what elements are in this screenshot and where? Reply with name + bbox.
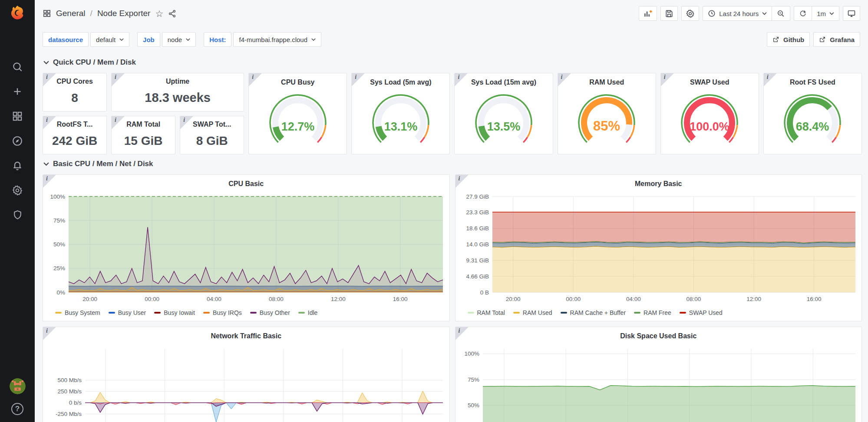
disk-basic-plot[interactable]: 100%75%50%25%0% bbox=[456, 343, 861, 422]
sidebar-item-alerting[interactable] bbox=[0, 153, 35, 178]
legend-item[interactable]: Busy IRQs bbox=[203, 309, 242, 316]
panel-info-corner[interactable]: i bbox=[764, 73, 777, 86]
panel-info-corner[interactable]: i bbox=[455, 73, 468, 86]
panel-title[interactable]: Uptime bbox=[112, 73, 244, 88]
legend-label: Busy Other bbox=[260, 309, 290, 316]
zoom-out-button[interactable] bbox=[772, 7, 790, 20]
legend-item[interactable]: SWAP Used bbox=[680, 309, 723, 316]
legend-item[interactable]: Busy User bbox=[109, 309, 146, 316]
sidebar-item-configuration[interactable] bbox=[0, 178, 35, 203]
panel-title[interactable]: SWAP Used bbox=[661, 73, 759, 88]
svg-text:500 Mb/s: 500 Mb/s bbox=[57, 377, 82, 383]
external-link-icon bbox=[772, 36, 779, 43]
sidebar-item-create[interactable] bbox=[0, 79, 35, 104]
panel-info-corner[interactable]: i bbox=[455, 327, 469, 340]
panel-info-corner[interactable]: i bbox=[180, 116, 193, 129]
memory-basic-legend: RAM TotalRAM UsedRAM Cache + BufferRAM F… bbox=[468, 307, 858, 319]
gauge-value: 85% bbox=[593, 118, 620, 134]
panel-swap-tot: iSWAP Tot...8 GiB bbox=[180, 116, 244, 154]
help-icon[interactable]: ? bbox=[11, 403, 23, 415]
star-icon[interactable]: ☆ bbox=[155, 9, 163, 18]
panel-info-corner[interactable]: i bbox=[249, 73, 262, 86]
panel-info-corner[interactable]: i bbox=[352, 73, 365, 86]
panel-info-corner[interactable]: i bbox=[661, 73, 674, 86]
panel-info-corner[interactable]: i bbox=[43, 116, 56, 129]
legend-item[interactable]: Busy Iowait bbox=[154, 309, 195, 316]
add-panel-button[interactable] bbox=[639, 6, 657, 21]
chevron-down-icon bbox=[311, 38, 316, 41]
panel-info-corner[interactable]: i bbox=[455, 175, 469, 188]
panel-rootfs-t: iRootFS T...242 GiB bbox=[43, 116, 107, 154]
panel-title[interactable]: Sys Load (15m avg) bbox=[455, 73, 552, 88]
configuration-icon bbox=[12, 185, 23, 196]
row-header-basic[interactable]: Basic CPU / Mem / Net / Disk bbox=[43, 160, 861, 168]
gauge-value: 12.7% bbox=[281, 120, 315, 133]
legend-item[interactable]: Busy Other bbox=[250, 309, 290, 316]
variables-row: datasource default Job node Host: f4-mum… bbox=[35, 27, 868, 53]
panel-disk-basic: iDisk Space Used Basic100%75%50%25%0% bbox=[455, 327, 862, 422]
panel-info-corner[interactable]: i bbox=[558, 73, 571, 86]
time-range-picker[interactable]: Last 24 hours bbox=[703, 7, 772, 20]
stat-value: 242 GiB bbox=[43, 130, 106, 151]
disk-basic-svg: 100%75%50%25%0% bbox=[456, 343, 861, 422]
avatar[interactable] bbox=[10, 378, 26, 394]
panel-title[interactable]: Memory Basic bbox=[455, 175, 862, 190]
legend-item[interactable]: Busy System bbox=[55, 309, 100, 316]
ram-total-swatch bbox=[468, 312, 474, 314]
save-dashboard-button[interactable] bbox=[660, 6, 678, 21]
gauge-svg: 13.1% bbox=[360, 90, 442, 151]
clock-icon bbox=[708, 10, 716, 17]
sidebar-item-server-admin[interactable] bbox=[0, 203, 35, 227]
row-header-quick[interactable]: Quick CPU / Mem / Disk bbox=[43, 58, 861, 67]
tv-mode-button[interactable] bbox=[843, 6, 860, 21]
panel-title[interactable]: Root FS Used bbox=[764, 73, 861, 88]
panel-info-corner[interactable]: i bbox=[43, 175, 56, 188]
grafana-logo-icon[interactable] bbox=[8, 4, 26, 22]
panel-title[interactable]: RAM Used bbox=[558, 73, 656, 88]
sidebar-item-search[interactable] bbox=[0, 54, 35, 79]
legend-item[interactable]: RAM Used bbox=[513, 309, 552, 316]
variable-host-value[interactable]: f4-mumbai.frappe.cloud bbox=[233, 32, 321, 47]
grafana-dashboard: ? General / Node Exporter ☆ bbox=[0, 0, 868, 422]
sidebar-menu bbox=[0, 54, 35, 227]
page-title[interactable]: Node Exporter bbox=[97, 9, 151, 18]
variable-datasource-value[interactable]: default bbox=[90, 32, 129, 47]
variable-job: Job node bbox=[137, 32, 196, 47]
panel-title[interactable]: CPU Basic bbox=[43, 175, 449, 190]
sidebar-item-dashboards[interactable] bbox=[0, 104, 35, 128]
legend-item[interactable]: Idle bbox=[298, 309, 318, 316]
legend-item[interactable]: RAM Total bbox=[468, 309, 505, 316]
help-glyph: ? bbox=[15, 405, 20, 413]
series-trans-blue bbox=[85, 403, 443, 422]
cpu-basic-plot[interactable]: 0%25%50%75%100%20:0000:0004:0008:0012:00… bbox=[43, 191, 449, 305]
share-icon[interactable] bbox=[168, 10, 176, 18]
refresh-interval-picker[interactable]: 1m bbox=[812, 7, 839, 20]
refresh-button[interactable] bbox=[794, 7, 812, 20]
breadcrumb-folder[interactable]: General bbox=[56, 9, 86, 18]
stat-value: 8 GiB bbox=[180, 130, 244, 151]
memory-basic-plot[interactable]: 0 B4.66 GiB9.31 GiB14.0 GiB18.6 GiB23.3 … bbox=[456, 191, 861, 305]
legend-item[interactable]: RAM Cache + Buffer bbox=[561, 309, 626, 316]
variable-job-value[interactable]: node bbox=[162, 32, 196, 47]
refresh-interval-label: 1m bbox=[817, 10, 826, 17]
github-link[interactable]: Github bbox=[767, 32, 810, 47]
svg-text:27.9 GiB: 27.9 GiB bbox=[466, 193, 489, 200]
svg-text:20:00: 20:00 bbox=[505, 296, 520, 302]
grafana-link[interactable]: Grafana bbox=[813, 32, 860, 47]
panel-title[interactable]: CPU Busy bbox=[249, 73, 347, 88]
panel-title[interactable]: Disk Space Used Basic bbox=[455, 327, 862, 342]
panel-info-corner[interactable]: i bbox=[112, 73, 125, 86]
panel-info-corner[interactable]: i bbox=[43, 73, 56, 86]
panel-info-corner[interactable]: i bbox=[43, 327, 56, 340]
panel-title[interactable]: Network Traffic Basic bbox=[43, 327, 449, 342]
svg-text:04:00: 04:00 bbox=[626, 296, 640, 302]
svg-text:16:00: 16:00 bbox=[806, 296, 821, 302]
panel-title[interactable]: Sys Load (5m avg) bbox=[352, 73, 449, 88]
dashboard-settings-button[interactable] bbox=[681, 6, 699, 21]
sidebar-item-explore[interactable] bbox=[0, 128, 35, 153]
panel-info-corner[interactable]: i bbox=[112, 116, 125, 129]
busy-other-swatch bbox=[250, 312, 257, 314]
network-basic-plot[interactable]: 500 Mb/s250 Mb/s0 b/s-250 Mb/s-500 Mb/s bbox=[43, 343, 449, 422]
legend-item[interactable]: RAM Free bbox=[634, 309, 671, 316]
charts-grid: iCPU Basic0%25%50%75%100%20:0000:0004:00… bbox=[43, 174, 862, 422]
